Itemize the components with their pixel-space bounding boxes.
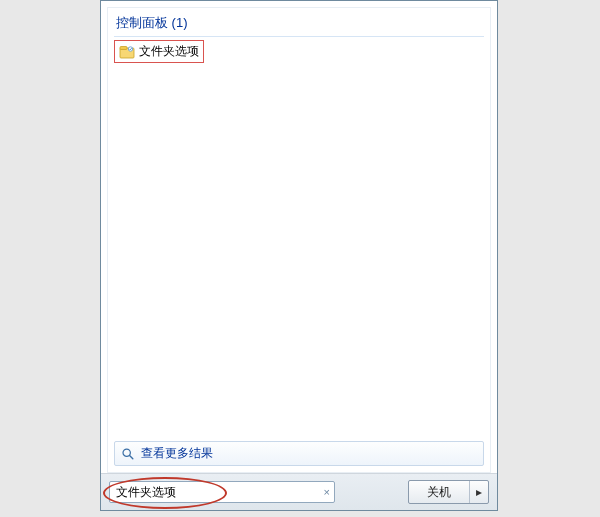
category-header-control-panel: 控制面板 (1) [114, 12, 484, 37]
see-more-label: 查看更多结果 [141, 445, 213, 462]
shutdown-split-button: 关机 ▸ [408, 480, 489, 504]
shutdown-options-arrow[interactable]: ▸ [470, 481, 488, 503]
result-folder-options[interactable]: 文件夹选项 [114, 40, 204, 63]
search-input[interactable] [109, 481, 335, 503]
result-label: 文件夹选项 [139, 43, 199, 60]
results-area: 控制面板 (1) 文件夹选项 查看更多结果 [107, 7, 491, 473]
clear-search-icon[interactable]: × [324, 487, 330, 498]
shutdown-label: 关机 [427, 484, 451, 501]
see-more-results-button[interactable]: 查看更多结果 [114, 441, 484, 466]
arrow-right-icon: ▸ [476, 485, 482, 499]
search-icon [121, 447, 135, 461]
bottom-bar: × 关机 ▸ [101, 473, 497, 510]
results-spacer [114, 63, 484, 437]
shutdown-button[interactable]: 关机 [409, 481, 470, 503]
svg-rect-1 [120, 46, 127, 49]
folder-options-icon [119, 44, 135, 60]
search-box: × [109, 481, 335, 503]
start-menu-search-panel: 控制面板 (1) 文件夹选项 查看更多结果 [100, 0, 498, 511]
svg-line-4 [130, 455, 133, 458]
